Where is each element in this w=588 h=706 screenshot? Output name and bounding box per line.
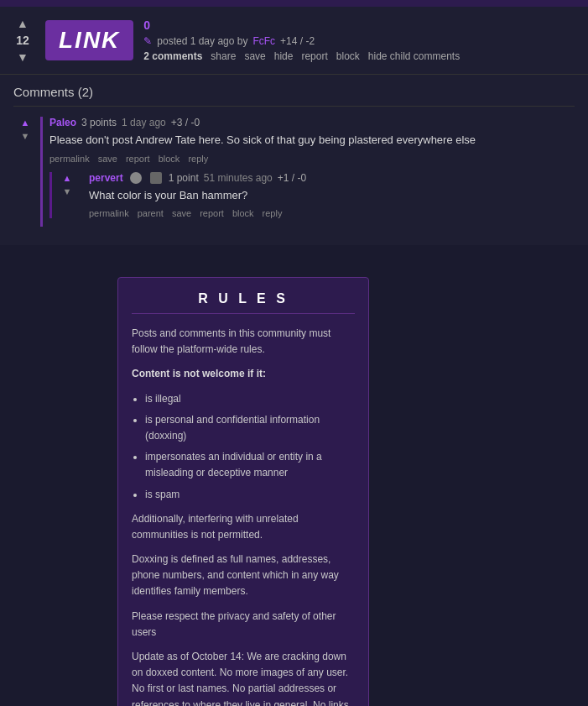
- nested-comment-report[interactable]: report: [200, 208, 224, 218]
- post-vote-count: 12: [16, 34, 29, 47]
- comments-header: Comments (2): [13, 85, 575, 107]
- post-vote-column: 12: [10, 15, 35, 65]
- nested-comment-actions: permalink parent save report block reply: [89, 208, 575, 218]
- post-info: ✎ posted 1 day ago by FcFc +14 / -2: [143, 35, 460, 47]
- comment-meta: Paleo 3 points 1 day ago +3 / -0: [49, 117, 575, 128]
- top-bar: [0, 0, 588, 7]
- edit-icon: ✎: [143, 35, 152, 47]
- nested-comment-vote-col: [59, 172, 75, 219]
- comment-actions: permalink save report block reply: [49, 154, 575, 164]
- nested-comment-row: pervert 1 point 51 minutes ago +1 / -0 W…: [49, 172, 575, 219]
- user-badge-icon: [150, 172, 162, 184]
- downvote-icon: [17, 50, 29, 64]
- share-link[interactable]: share: [211, 50, 236, 62]
- comment-vote-ratio: +3 / -0: [171, 117, 200, 128]
- hide-child-comments-link[interactable]: hide child comments: [368, 50, 460, 62]
- nested-comment-permalink[interactable]: permalink: [89, 208, 129, 218]
- nested-comment-parent[interactable]: parent: [138, 208, 164, 218]
- comment-body: Paleo 3 points 1 day ago +3 / -0 Please …: [40, 117, 575, 227]
- user-avatar-icon: [130, 172, 142, 184]
- rules-modal-title: R U L E S: [132, 291, 355, 314]
- hide-link[interactable]: hide: [274, 50, 294, 62]
- save-link[interactable]: save: [244, 50, 265, 62]
- report-link[interactable]: report: [301, 50, 327, 62]
- rules-modal: R U L E S Posts and comments in this com…: [117, 277, 369, 706]
- comment-reply[interactable]: reply: [188, 154, 208, 164]
- rules-additional: Additionally, interfering with unrelated…: [132, 511, 355, 543]
- post-header: 12 LINK 0 ✎ posted 1 day ago by FcFc +14…: [0, 7, 588, 75]
- rule-item-2: is personal and confidential information…: [145, 412, 355, 444]
- upvote-icon: [17, 17, 29, 30]
- nested-comment-save[interactable]: save: [172, 208, 191, 218]
- nested-comment-upvote-button[interactable]: [62, 172, 73, 184]
- comment-vote-col: [17, 117, 34, 227]
- rules-privacy: Please respect the privacy and safety of…: [132, 609, 355, 641]
- rules-section-title: Content is not welcome if it:: [132, 366, 355, 382]
- comment-username[interactable]: Paleo: [49, 117, 76, 128]
- comment-time: 1 day ago: [122, 117, 166, 128]
- post-downvote-button[interactable]: [15, 49, 30, 65]
- comment-save[interactable]: save: [98, 154, 117, 164]
- comment-upvote-button[interactable]: [20, 117, 31, 128]
- nested-comment-text: What color is your Ban hammer?: [89, 187, 575, 204]
- rule-item-3: impersonates an individual or entity in …: [145, 449, 355, 481]
- posted-text: posted 1 day ago by: [157, 35, 247, 47]
- nested-comment-reply[interactable]: reply: [263, 208, 283, 218]
- post-score: 0: [143, 18, 460, 32]
- nested-comment-downvote-button[interactable]: [62, 186, 73, 197]
- rule-item-4: is spam: [145, 487, 355, 503]
- post-vote-ratio: +14 / -2: [280, 35, 315, 47]
- comment-points: 3 points: [81, 117, 117, 128]
- comments-count: 2 comments: [143, 50, 202, 62]
- block-link[interactable]: block: [336, 50, 360, 62]
- comment-row: Paleo 3 points 1 day ago +3 / -0 Please …: [13, 117, 575, 227]
- nested-comment-body: pervert 1 point 51 minutes ago +1 / -0 W…: [89, 172, 575, 219]
- post-logo: LINK: [45, 20, 133, 60]
- nested-comment-vote-ratio: +1 / -0: [278, 172, 306, 184]
- rules-intro: Posts and comments in this community mus…: [132, 326, 355, 358]
- nested-comment-username[interactable]: pervert: [89, 172, 123, 184]
- post-upvote-button[interactable]: [15, 15, 30, 32]
- rules-doxxing-def: Doxxing is defined as full names, addres…: [132, 552, 355, 600]
- rules-update: Update as of October 14: We are cracking…: [132, 649, 355, 706]
- nested-comment-meta: pervert 1 point 51 minutes ago +1 / -0: [89, 172, 575, 184]
- rules-modal-body: Posts and comments in this community mus…: [132, 326, 355, 706]
- nested-comment-time: 51 minutes ago: [204, 172, 273, 184]
- comment-block[interactable]: block: [159, 154, 180, 164]
- nested-comment-points: 1 point: [169, 172, 199, 184]
- comment-text: Please don't post Andrew Tate here. So s…: [49, 132, 575, 149]
- nested-comment-block[interactable]: block: [232, 208, 254, 218]
- comment-report[interactable]: report: [126, 154, 150, 164]
- post-meta: 0 ✎ posted 1 day ago by FcFc +14 / -2 2 …: [143, 18, 460, 62]
- rules-list: is illegal is personal and confidential …: [145, 391, 355, 503]
- comment-downvote-button[interactable]: [20, 130, 31, 142]
- rule-item-1: is illegal: [145, 391, 355, 407]
- comments-section: Comments (2) Paleo 3 points 1 day ago +3…: [0, 75, 588, 245]
- post-actions: 2 comments share save hide report block …: [143, 50, 460, 62]
- post-author-link[interactable]: FcFc: [252, 35, 275, 47]
- comment-permalink[interactable]: permalink: [49, 154, 90, 164]
